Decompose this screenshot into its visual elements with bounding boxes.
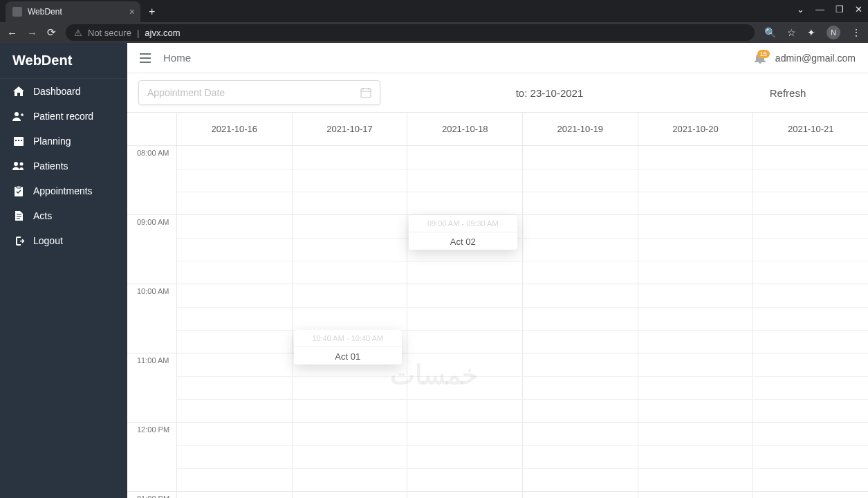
calendar-cell[interactable] bbox=[753, 353, 868, 422]
calendar-cell[interactable] bbox=[177, 146, 293, 214]
calendar-cell[interactable] bbox=[293, 353, 408, 422]
calendar-cell[interactable] bbox=[753, 492, 868, 498]
time-label: 01:00 PM bbox=[127, 492, 177, 498]
calendar-cell[interactable] bbox=[523, 284, 638, 353]
svg-rect-1 bbox=[14, 137, 24, 146]
calendar-cell[interactable] bbox=[753, 215, 868, 284]
new-tab-button[interactable]: + bbox=[149, 6, 155, 22]
day-header: 2021-10-18 bbox=[407, 113, 523, 145]
address-bar[interactable]: ⚠ Not secure | ajvx.com bbox=[66, 24, 755, 41]
minimize-icon[interactable]: — bbox=[815, 4, 824, 15]
close-window-icon[interactable]: ✕ bbox=[855, 4, 862, 15]
calendar-cell[interactable] bbox=[407, 146, 523, 214]
calendar-cell[interactable] bbox=[638, 215, 754, 284]
calendar-cell[interactable] bbox=[177, 353, 293, 422]
calendar-cell[interactable] bbox=[293, 492, 408, 498]
topbar: Home 15 admin@gmail.com bbox=[127, 43, 868, 73]
sidebar-item-label: Planning bbox=[33, 136, 71, 147]
calendar-cell[interactable] bbox=[638, 353, 754, 422]
sidebar-item-planning[interactable]: Planning bbox=[0, 129, 127, 154]
home-icon bbox=[12, 86, 25, 96]
sidebar-item-logout[interactable]: Logout bbox=[0, 228, 127, 253]
user-email[interactable]: admin@gmail.com bbox=[775, 53, 856, 64]
calendar-cell[interactable] bbox=[177, 215, 293, 284]
calendar-cell[interactable] bbox=[753, 423, 868, 491]
time-label: 09:00 AM bbox=[127, 215, 177, 284]
chevron-down-icon[interactable]: ⌄ bbox=[797, 4, 804, 15]
calendar-cell[interactable] bbox=[753, 146, 868, 214]
profile-avatar[interactable]: N bbox=[827, 26, 840, 39]
notification-bell[interactable]: 15 bbox=[755, 53, 766, 64]
svg-point-5 bbox=[14, 162, 18, 166]
calendar-cell[interactable] bbox=[407, 423, 523, 491]
calendar-cell[interactable] bbox=[523, 215, 638, 284]
back-button[interactable]: ← bbox=[7, 27, 17, 39]
date-range-to-label: to: 23-10-2021 bbox=[389, 87, 710, 99]
star-icon[interactable]: ☆ bbox=[787, 27, 796, 38]
time-label: 11:00 AM bbox=[127, 353, 177, 422]
calendar-icon bbox=[12, 136, 25, 146]
logout-icon bbox=[12, 237, 25, 246]
sidebar-item-patient-record[interactable]: Patient record bbox=[0, 104, 127, 129]
day-header: 2021-10-20 bbox=[638, 113, 754, 145]
refresh-button[interactable]: Refresh bbox=[719, 87, 857, 99]
kebab-menu-icon[interactable]: ⋮ bbox=[851, 27, 861, 38]
event-time: 10:40 AM - 10:40 AM bbox=[294, 330, 403, 347]
calendar-cell[interactable] bbox=[293, 146, 408, 214]
clipboard-icon bbox=[12, 186, 25, 196]
sidebar-item-acts[interactable]: Acts bbox=[0, 203, 127, 228]
calendar-cell[interactable] bbox=[177, 423, 293, 491]
event-title: Act 02 bbox=[409, 232, 517, 250]
calendar-cell[interactable] bbox=[407, 353, 523, 422]
calendar-cell[interactable] bbox=[293, 215, 408, 284]
svg-point-6 bbox=[20, 163, 24, 166]
sidebar-item-appointments[interactable]: Appointments bbox=[0, 178, 127, 203]
sidebar: WebDent DashboardPatient recordPlanningP… bbox=[0, 43, 127, 498]
calendar-cell[interactable] bbox=[638, 492, 754, 498]
calendar-cell[interactable] bbox=[523, 492, 638, 498]
calendar-cell[interactable] bbox=[407, 492, 523, 498]
calendar-cell[interactable] bbox=[523, 423, 638, 491]
brand-title: WebDent bbox=[0, 43, 127, 79]
breadcrumb-home[interactable]: Home bbox=[163, 52, 191, 64]
notification-badge: 15 bbox=[757, 50, 770, 58]
reload-button[interactable]: ⟳ bbox=[47, 26, 56, 39]
sidebar-item-patients[interactable]: Patients bbox=[0, 154, 127, 178]
svg-rect-8 bbox=[17, 186, 21, 188]
calendar-cell[interactable] bbox=[177, 492, 293, 498]
calendar-icon bbox=[360, 87, 371, 98]
day-header: 2021-10-19 bbox=[523, 113, 638, 145]
hamburger-icon[interactable] bbox=[140, 53, 151, 63]
hour-row: 01:00 PM bbox=[127, 492, 868, 498]
calendar-event[interactable]: 09:00 AM - 09:30 AMAct 02 bbox=[409, 215, 517, 250]
file-icon bbox=[12, 211, 25, 221]
calendar-cell[interactable] bbox=[407, 284, 523, 353]
event-time: 09:00 AM - 09:30 AM bbox=[409, 215, 517, 232]
calendar-cell[interactable] bbox=[293, 423, 408, 491]
puzzle-icon[interactable]: ✦ bbox=[807, 27, 815, 38]
calendar-cell[interactable] bbox=[638, 423, 754, 491]
sidebar-item-label: Appointments bbox=[33, 185, 93, 196]
sidebar-item-label: Dashboard bbox=[33, 86, 81, 97]
tab-close-icon[interactable]: × bbox=[129, 6, 135, 17]
calendar-cell[interactable] bbox=[523, 146, 638, 214]
maximize-icon[interactable]: ❐ bbox=[835, 4, 844, 15]
day-header: 2021-10-16 bbox=[177, 113, 293, 145]
calendar-cell[interactable] bbox=[177, 284, 293, 353]
svg-rect-9 bbox=[361, 89, 371, 98]
calendar-cell[interactable] bbox=[638, 146, 754, 214]
forward-button[interactable]: → bbox=[27, 27, 37, 39]
users-icon bbox=[12, 162, 25, 170]
browser-tab[interactable]: WebDent × bbox=[6, 1, 140, 22]
appointment-date-input[interactable]: Appointment Date bbox=[138, 80, 380, 105]
calendar-cell[interactable] bbox=[753, 284, 868, 353]
svg-rect-2 bbox=[15, 140, 17, 141]
zoom-icon[interactable]: 🔍 bbox=[764, 27, 776, 38]
sidebar-item-dashboard[interactable]: Dashboard bbox=[0, 79, 127, 104]
time-label: 10:00 AM bbox=[127, 284, 177, 353]
not-secure-label: Not secure bbox=[88, 28, 131, 38]
calendar-cell[interactable] bbox=[523, 353, 638, 422]
hour-row: 08:00 AM bbox=[127, 146, 868, 215]
hour-row: 11:00 AM bbox=[127, 353, 868, 423]
calendar-cell[interactable] bbox=[638, 284, 754, 353]
